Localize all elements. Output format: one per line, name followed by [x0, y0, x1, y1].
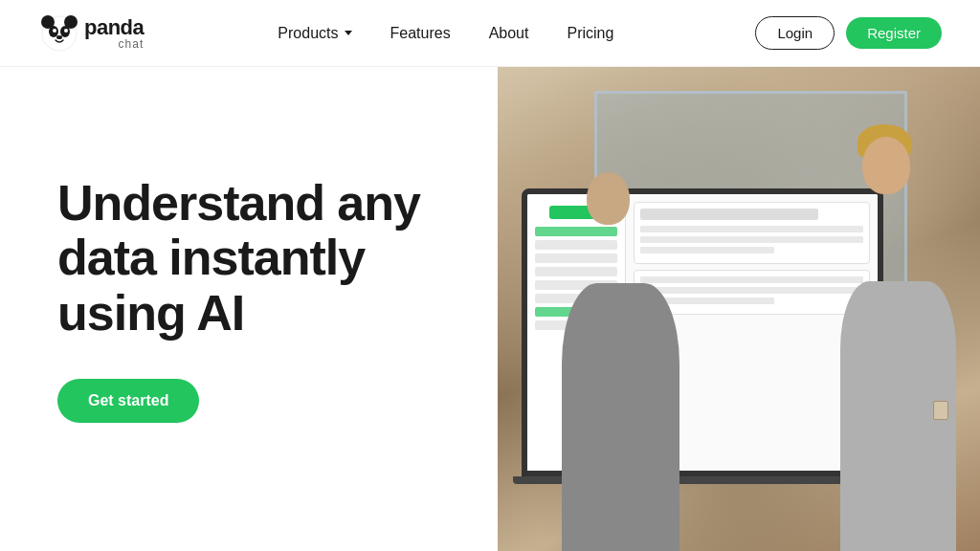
nav-products[interactable]: Products — [262, 17, 367, 50]
person-left-body — [562, 283, 679, 551]
hero-left: Understand any data instantly using AI G… — [0, 67, 498, 551]
logo-chat-text: chat — [84, 38, 144, 50]
person-right — [826, 116, 970, 551]
main-nav: Products Features About Pricing — [262, 17, 629, 50]
logo-panda-text: panda — [84, 17, 144, 38]
svg-point-7 — [53, 29, 56, 33]
svg-point-8 — [64, 29, 68, 33]
coffee-cup — [933, 401, 948, 420]
login-button[interactable]: Login — [755, 16, 835, 50]
get-started-button[interactable]: Get started — [57, 379, 199, 423]
hero-image — [498, 67, 980, 551]
person-left — [536, 140, 704, 551]
nav-about[interactable]: About — [474, 17, 545, 50]
logo[interactable]: panda chat — [38, 12, 144, 55]
svg-point-3 — [44, 18, 52, 26]
person-left-head — [587, 172, 630, 225]
svg-point-9 — [56, 35, 62, 39]
hero-section: Understand any data instantly using AI G… — [0, 67, 980, 551]
svg-point-4 — [67, 18, 75, 26]
nav-buttons: Login Register — [755, 16, 942, 50]
nav-features[interactable]: Features — [375, 17, 466, 50]
hero-photo-bg — [498, 67, 980, 551]
person-right-head — [862, 137, 910, 194]
hero-title: Understand any data instantly using AI — [57, 176, 459, 341]
nav-pricing[interactable]: Pricing — [551, 17, 629, 50]
register-button[interactable]: Register — [846, 17, 942, 49]
products-chevron-icon — [345, 31, 352, 35]
